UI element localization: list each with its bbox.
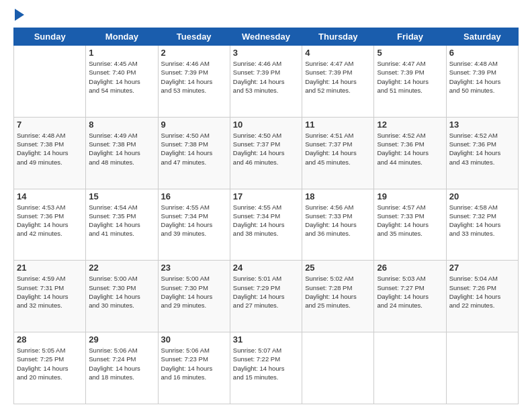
day-number: 1 xyxy=(89,48,154,58)
day-info: Sunrise: 4:53 AM Sunset: 7:36 PM Dayligh… xyxy=(17,203,83,238)
day-cell: 8Sunrise: 4:49 AM Sunset: 7:38 PM Daylig… xyxy=(86,117,158,189)
day-cell: 2Sunrise: 4:46 AM Sunset: 7:39 PM Daylig… xyxy=(158,46,230,118)
day-number: 26 xyxy=(377,263,443,273)
day-info: Sunrise: 4:52 AM Sunset: 7:36 PM Dayligh… xyxy=(449,131,515,167)
day-info: Sunrise: 5:06 AM Sunset: 7:24 PM Dayligh… xyxy=(89,346,154,381)
day-cell xyxy=(374,332,446,404)
day-info: Sunrise: 4:59 AM Sunset: 7:31 PM Dayligh… xyxy=(17,274,83,310)
day-info: Sunrise: 4:47 AM Sunset: 7:39 PM Dayligh… xyxy=(377,59,443,95)
day-number: 12 xyxy=(377,120,443,130)
day-cell: 23Sunrise: 5:00 AM Sunset: 7:30 PM Dayli… xyxy=(158,261,230,332)
day-info: Sunrise: 5:04 AM Sunset: 7:26 PM Dayligh… xyxy=(449,274,515,310)
col-header-friday: Friday xyxy=(374,28,446,46)
page: SundayMondayTuesdayWednesdayThursdayFrid… xyxy=(0,0,532,411)
day-number: 5 xyxy=(377,48,443,58)
day-cell: 20Sunrise: 4:58 AM Sunset: 7:32 PM Dayli… xyxy=(446,189,518,261)
day-info: Sunrise: 5:00 AM Sunset: 7:30 PM Dayligh… xyxy=(161,274,227,310)
day-info: Sunrise: 4:56 AM Sunset: 7:33 PM Dayligh… xyxy=(305,203,371,238)
col-header-thursday: Thursday xyxy=(302,28,374,46)
day-cell: 3Sunrise: 4:46 AM Sunset: 7:39 PM Daylig… xyxy=(230,46,302,118)
day-cell: 10Sunrise: 4:50 AM Sunset: 7:37 PM Dayli… xyxy=(230,117,302,189)
week-row-1: 1Sunrise: 4:45 AM Sunset: 7:40 PM Daylig… xyxy=(14,46,519,118)
day-info: Sunrise: 4:48 AM Sunset: 7:38 PM Dayligh… xyxy=(17,131,83,167)
day-cell: 18Sunrise: 4:56 AM Sunset: 7:33 PM Dayli… xyxy=(302,189,374,261)
day-info: Sunrise: 5:06 AM Sunset: 7:23 PM Dayligh… xyxy=(161,346,227,381)
day-number: 9 xyxy=(161,120,227,130)
day-number: 16 xyxy=(161,191,227,201)
day-info: Sunrise: 4:47 AM Sunset: 7:39 PM Dayligh… xyxy=(305,59,371,95)
day-number: 24 xyxy=(233,263,299,273)
day-number: 20 xyxy=(449,191,515,201)
day-number: 29 xyxy=(89,334,154,345)
day-cell xyxy=(446,332,518,404)
day-info: Sunrise: 4:58 AM Sunset: 7:32 PM Dayligh… xyxy=(449,203,515,238)
day-cell: 4Sunrise: 4:47 AM Sunset: 7:39 PM Daylig… xyxy=(302,46,374,118)
day-info: Sunrise: 4:52 AM Sunset: 7:36 PM Dayligh… xyxy=(377,131,443,167)
day-number: 18 xyxy=(305,191,371,201)
day-info: Sunrise: 4:55 AM Sunset: 7:34 PM Dayligh… xyxy=(161,203,227,238)
day-cell: 15Sunrise: 4:54 AM Sunset: 7:35 PM Dayli… xyxy=(86,189,158,261)
day-number: 2 xyxy=(161,48,227,58)
day-info: Sunrise: 5:07 AM Sunset: 7:22 PM Dayligh… xyxy=(233,346,299,381)
day-cell: 12Sunrise: 4:52 AM Sunset: 7:36 PM Dayli… xyxy=(374,117,446,189)
day-cell: 24Sunrise: 5:01 AM Sunset: 7:29 PM Dayli… xyxy=(230,261,302,332)
day-cell: 13Sunrise: 4:52 AM Sunset: 7:36 PM Dayli… xyxy=(446,117,518,189)
day-number: 23 xyxy=(161,263,227,273)
day-number: 11 xyxy=(305,120,371,130)
day-number: 21 xyxy=(17,263,83,273)
day-number: 25 xyxy=(305,263,371,273)
day-cell: 28Sunrise: 5:05 AM Sunset: 7:25 PM Dayli… xyxy=(14,332,86,404)
day-info: Sunrise: 4:57 AM Sunset: 7:33 PM Dayligh… xyxy=(377,203,443,238)
day-info: Sunrise: 5:01 AM Sunset: 7:29 PM Dayligh… xyxy=(233,274,299,310)
col-header-tuesday: Tuesday xyxy=(158,28,230,46)
day-cell: 25Sunrise: 5:02 AM Sunset: 7:28 PM Dayli… xyxy=(302,261,374,332)
day-info: Sunrise: 4:45 AM Sunset: 7:40 PM Dayligh… xyxy=(89,59,154,95)
day-cell: 22Sunrise: 5:00 AM Sunset: 7:30 PM Dayli… xyxy=(86,261,158,332)
week-row-3: 14Sunrise: 4:53 AM Sunset: 7:36 PM Dayli… xyxy=(14,189,519,261)
day-number: 7 xyxy=(17,120,83,130)
calendar: SundayMondayTuesdayWednesdayThursdayFrid… xyxy=(13,28,519,404)
day-cell: 21Sunrise: 4:59 AM Sunset: 7:31 PM Dayli… xyxy=(14,261,86,332)
day-number: 22 xyxy=(89,263,154,273)
day-number: 17 xyxy=(233,191,299,201)
day-cell: 30Sunrise: 5:06 AM Sunset: 7:23 PM Dayli… xyxy=(158,332,230,404)
day-cell xyxy=(14,46,86,118)
day-number: 30 xyxy=(161,334,227,345)
day-info: Sunrise: 5:05 AM Sunset: 7:25 PM Dayligh… xyxy=(17,346,83,381)
day-cell: 26Sunrise: 5:03 AM Sunset: 7:27 PM Dayli… xyxy=(374,261,446,332)
day-number: 10 xyxy=(233,120,299,130)
day-cell: 19Sunrise: 4:57 AM Sunset: 7:33 PM Dayli… xyxy=(374,189,446,261)
week-row-4: 21Sunrise: 4:59 AM Sunset: 7:31 PM Dayli… xyxy=(14,261,519,332)
logo-arrow-icon xyxy=(15,9,24,21)
col-header-sunday: Sunday xyxy=(14,28,86,46)
day-cell: 27Sunrise: 5:04 AM Sunset: 7:26 PM Dayli… xyxy=(446,261,518,332)
day-cell: 29Sunrise: 5:06 AM Sunset: 7:24 PM Dayli… xyxy=(86,332,158,404)
day-info: Sunrise: 5:00 AM Sunset: 7:30 PM Dayligh… xyxy=(89,274,154,310)
day-cell: 5Sunrise: 4:47 AM Sunset: 7:39 PM Daylig… xyxy=(374,46,446,118)
day-info: Sunrise: 5:03 AM Sunset: 7:27 PM Dayligh… xyxy=(377,274,443,310)
header xyxy=(13,10,519,21)
day-info: Sunrise: 4:54 AM Sunset: 7:35 PM Dayligh… xyxy=(89,203,154,238)
day-info: Sunrise: 4:55 AM Sunset: 7:34 PM Dayligh… xyxy=(233,203,299,238)
day-info: Sunrise: 4:46 AM Sunset: 7:39 PM Dayligh… xyxy=(161,59,227,95)
day-info: Sunrise: 4:46 AM Sunset: 7:39 PM Dayligh… xyxy=(233,59,299,95)
day-info: Sunrise: 4:49 AM Sunset: 7:38 PM Dayligh… xyxy=(89,131,154,167)
day-number: 13 xyxy=(449,120,515,130)
day-info: Sunrise: 4:51 AM Sunset: 7:37 PM Dayligh… xyxy=(305,131,371,167)
day-cell: 14Sunrise: 4:53 AM Sunset: 7:36 PM Dayli… xyxy=(14,189,86,261)
day-number: 3 xyxy=(233,48,299,58)
day-info: Sunrise: 4:50 AM Sunset: 7:37 PM Dayligh… xyxy=(233,131,299,167)
day-info: Sunrise: 4:48 AM Sunset: 7:39 PM Dayligh… xyxy=(449,59,515,95)
col-header-wednesday: Wednesday xyxy=(230,28,302,46)
day-cell: 6Sunrise: 4:48 AM Sunset: 7:39 PM Daylig… xyxy=(446,46,518,118)
day-number: 14 xyxy=(17,191,83,201)
day-number: 31 xyxy=(233,334,299,345)
day-number: 15 xyxy=(89,191,154,201)
logo-text xyxy=(13,10,24,21)
week-row-5: 28Sunrise: 5:05 AM Sunset: 7:25 PM Dayli… xyxy=(14,332,519,404)
day-info: Sunrise: 4:50 AM Sunset: 7:38 PM Dayligh… xyxy=(161,131,227,167)
day-number: 27 xyxy=(449,263,515,273)
day-number: 19 xyxy=(377,191,443,201)
day-cell: 16Sunrise: 4:55 AM Sunset: 7:34 PM Dayli… xyxy=(158,189,230,261)
day-number: 6 xyxy=(449,48,515,58)
